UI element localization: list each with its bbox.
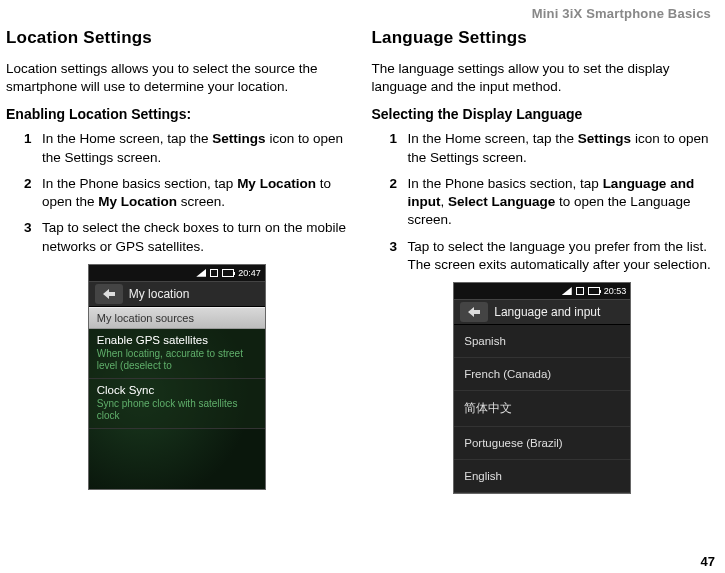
screen-title: My location [129, 287, 190, 301]
step-text: , [441, 194, 449, 209]
step-text: Tap to select the check boxes to turn on… [42, 220, 346, 253]
step-text: In the Phone basics section, tap [42, 176, 237, 191]
running-header: Mini 3iX Smartphone Basics [532, 6, 711, 21]
network-icon [210, 269, 218, 277]
location-settings-heading: Location Settings [6, 28, 348, 48]
status-bar: 20:47 [89, 265, 265, 281]
step-number: 1 [390, 130, 398, 148]
network-icon [576, 287, 584, 295]
page-number: 47 [701, 554, 715, 569]
my-location-bold: My Location [237, 176, 316, 191]
select-language-bold: Select Language [448, 194, 555, 209]
signal-icon [196, 269, 206, 277]
enable-gps-row[interactable]: Enable GPS satellites When locating, acc… [89, 329, 265, 379]
step-text: screen. [177, 194, 225, 209]
row-label: Enable GPS satellites [97, 334, 208, 346]
lang-french-canada[interactable]: French (Canada) [454, 358, 630, 391]
step-text: Tap to select the language you prefer fr… [408, 239, 711, 272]
step-text: In the Phone basics section, tap [408, 176, 603, 191]
settings-bold: Settings [578, 131, 631, 146]
step-number: 1 [24, 130, 32, 148]
language-settings-heading: Language Settings [372, 28, 714, 48]
clock-sync-row[interactable]: Clock Sync Sync phone clock with satelli… [89, 379, 265, 429]
row-subtext: Sync phone clock with satellites clock [97, 398, 257, 422]
left-step-3: 3 Tap to select the check boxes to turn … [24, 219, 348, 255]
step-number: 3 [24, 219, 32, 237]
back-button[interactable] [460, 302, 488, 322]
lang-english[interactable]: English [454, 460, 630, 493]
language-screenshot: 20:53 Language and input Spanish French … [453, 282, 631, 494]
clock-text: 20:53 [604, 286, 627, 296]
selecting-language-heading: Selecting the Display Language [372, 106, 714, 122]
screen-title-bar: My location [89, 281, 265, 307]
left-column: Location Settings Location settings allo… [6, 28, 348, 494]
step-number: 2 [24, 175, 32, 193]
row-subtext: When locating, accurate to street level … [97, 348, 257, 372]
location-screenshot: 20:47 My location My location sources En… [88, 264, 266, 490]
step-number: 2 [390, 175, 398, 193]
section-header: My location sources [89, 307, 265, 329]
row-label: Clock Sync [97, 384, 155, 396]
screen-title: Language and input [494, 305, 600, 319]
step-text: In the Home screen, tap the [408, 131, 578, 146]
my-location-bold: My Location [98, 194, 177, 209]
lang-portuguese-brazil[interactable]: Portuguese (Brazil) [454, 427, 630, 460]
battery-icon [222, 269, 234, 277]
left-step-1: 1 In the Home screen, tap the Settings i… [24, 130, 348, 166]
lang-spanish[interactable]: Spanish [454, 325, 630, 358]
right-step-2: 2 In the Phone basics section, tap Langu… [390, 175, 714, 230]
location-intro: Location settings allows you to select t… [6, 60, 348, 96]
settings-bold: Settings [212, 131, 265, 146]
enabling-location-heading: Enabling Location Settings: [6, 106, 348, 122]
lang-simplified-chinese[interactable]: 简体中文 [454, 391, 630, 427]
clock-text: 20:47 [238, 268, 261, 278]
screen-title-bar: Language and input [454, 299, 630, 325]
language-intro: The language settings allow you to set t… [372, 60, 714, 96]
right-step-3: 3 Tap to select the language you prefer … [390, 238, 714, 274]
status-bar: 20:53 [454, 283, 630, 299]
step-number: 3 [390, 238, 398, 256]
step-text: In the Home screen, tap the [42, 131, 212, 146]
right-step-1: 1 In the Home screen, tap the Settings i… [390, 130, 714, 166]
signal-icon [562, 287, 572, 295]
left-step-2: 2 In the Phone basics section, tap My Lo… [24, 175, 348, 211]
back-button[interactable] [95, 284, 123, 304]
battery-icon [588, 287, 600, 295]
right-column: Language Settings The language settings … [372, 28, 714, 494]
